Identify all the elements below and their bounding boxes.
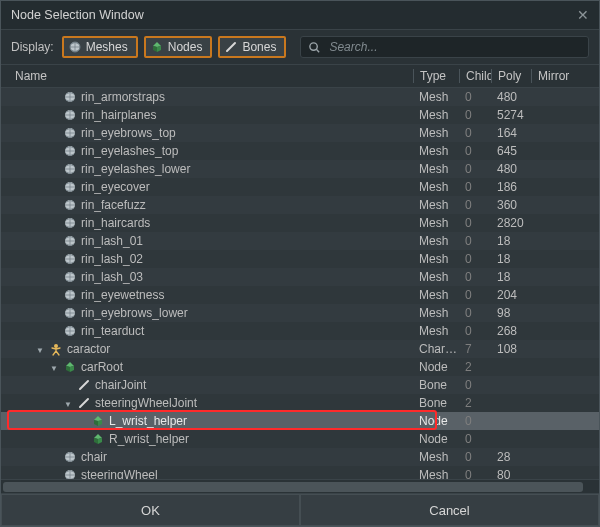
row-type: Mesh (413, 162, 459, 176)
toggle-meshes-label: Meshes (86, 40, 128, 54)
row-name: rin_eyelashes_lower (81, 162, 190, 176)
mesh-icon (63, 468, 77, 479)
row-name: rin_eyewetness (81, 288, 164, 302)
row-type: Mesh (413, 198, 459, 212)
row-name: rin_eyelashes_top (81, 144, 178, 158)
table-row[interactable]: rin_tearductMesh0268 (1, 322, 599, 340)
row-name: R_wrist_helper (109, 432, 189, 446)
row-child: 7 (459, 342, 491, 356)
row-type: Mesh (413, 126, 459, 140)
row-poly: 480 (491, 90, 531, 104)
mesh-icon (63, 162, 77, 176)
row-name: rin_lash_03 (81, 270, 143, 284)
svg-line-2 (227, 43, 235, 51)
table-row[interactable]: rin_lash_02Mesh018 (1, 250, 599, 268)
row-type: Mesh (413, 180, 459, 194)
mesh-icon (63, 198, 77, 212)
row-name: carRoot (81, 360, 123, 374)
row-type: Mesh (413, 144, 459, 158)
col-type[interactable]: Type (413, 69, 459, 83)
row-child: 0 (459, 414, 491, 428)
row-poly: 18 (491, 252, 531, 266)
row-type: Chara... (413, 342, 459, 356)
search-box[interactable] (300, 36, 589, 58)
row-poly: 5274 (491, 108, 531, 122)
table-row[interactable]: rin_armorstrapsMesh0480 (1, 88, 599, 106)
table-row[interactable]: R_wrist_helperNode0 (1, 430, 599, 448)
row-type: Mesh (413, 252, 459, 266)
mesh-icon (63, 180, 77, 194)
row-type: Mesh (413, 468, 459, 479)
table-row[interactable]: rin_eyewetnessMesh0204 (1, 286, 599, 304)
table-row[interactable]: steeringWheelMesh080 (1, 466, 599, 479)
table-row[interactable]: rin_eyebrows_topMesh0164 (1, 124, 599, 142)
row-child: 0 (459, 252, 491, 266)
node-list[interactable]: rin_armorstrapsMesh0480rin_hairplanesMes… (1, 88, 599, 479)
mesh-icon (63, 324, 77, 338)
mesh-icon (63, 450, 77, 464)
expand-icon[interactable] (63, 398, 73, 409)
row-type: Mesh (413, 324, 459, 338)
column-headers: Name Type Child Poly Mirror (1, 65, 599, 88)
row-child: 0 (459, 108, 491, 122)
table-row[interactable]: carRootNode2 (1, 358, 599, 376)
row-poly: 28 (491, 450, 531, 464)
table-row[interactable]: rin_hairplanesMesh05274 (1, 106, 599, 124)
col-name[interactable]: Name (15, 69, 413, 83)
toolbar: Display: Meshes Nodes Bones (1, 30, 599, 65)
h-scrollbar-thumb[interactable] (3, 482, 583, 492)
row-child: 0 (459, 126, 491, 140)
svg-line-21 (80, 399, 88, 407)
row-type: Mesh (413, 108, 459, 122)
mesh-icon (63, 144, 77, 158)
expand-icon[interactable] (35, 344, 45, 355)
row-name: rin_armorstraps (81, 90, 165, 104)
table-row[interactable]: rin_eyelashes_topMesh0645 (1, 142, 599, 160)
svg-line-4 (316, 49, 319, 52)
mesh-icon (63, 108, 77, 122)
h-scrollbar[interactable] (1, 479, 599, 493)
col-poly[interactable]: Poly (491, 69, 531, 83)
table-row[interactable]: rin_lash_01Mesh018 (1, 232, 599, 250)
row-poly: 18 (491, 234, 531, 248)
table-row[interactable]: rin_eyelashes_lowerMesh0480 (1, 160, 599, 178)
col-mirror[interactable]: Mirror (531, 69, 589, 83)
table-row[interactable]: steeringWheelJointBone2 (1, 394, 599, 412)
svg-line-20 (80, 381, 88, 389)
close-icon[interactable]: ✕ (577, 7, 589, 23)
titlebar: Node Selection Window ✕ (1, 1, 599, 30)
expand-icon[interactable] (49, 362, 59, 373)
search-input[interactable] (327, 39, 582, 55)
table-row[interactable]: caractorChara...7108 (1, 340, 599, 358)
row-child: 0 (459, 216, 491, 230)
table-row[interactable]: chairJointBone0 (1, 376, 599, 394)
row-child: 0 (459, 90, 491, 104)
row-type: Bone (413, 378, 459, 392)
toggle-nodes[interactable]: Nodes (144, 36, 213, 58)
ok-button[interactable]: OK (1, 494, 300, 526)
row-name: chair (81, 450, 107, 464)
table-row[interactable]: rin_eyecoverMesh0186 (1, 178, 599, 196)
row-name: caractor (67, 342, 110, 356)
row-type: Node (413, 414, 459, 428)
row-child: 0 (459, 324, 491, 338)
row-name: rin_eyecover (81, 180, 150, 194)
table-row[interactable]: rin_lash_03Mesh018 (1, 268, 599, 286)
table-row[interactable]: rin_haircardsMesh02820 (1, 214, 599, 232)
col-child[interactable]: Child (459, 69, 491, 83)
row-name: rin_eyebrows_lower (81, 306, 188, 320)
row-type: Mesh (413, 216, 459, 230)
table-row[interactable]: chairMesh028 (1, 448, 599, 466)
search-icon (307, 40, 321, 54)
mesh-icon (63, 270, 77, 284)
toggle-nodes-label: Nodes (168, 40, 203, 54)
toggle-meshes[interactable]: Meshes (62, 36, 138, 58)
table-row[interactable]: L_wrist_helperNode0 (1, 412, 599, 430)
table-row[interactable]: rin_facefuzzMesh0360 (1, 196, 599, 214)
cancel-button[interactable]: Cancel (300, 494, 599, 526)
node-icon (91, 432, 105, 446)
bone-icon (224, 40, 238, 54)
table-row[interactable]: rin_eyebrows_lowerMesh098 (1, 304, 599, 322)
toggle-bones[interactable]: Bones (218, 36, 286, 58)
node-icon (91, 414, 105, 428)
